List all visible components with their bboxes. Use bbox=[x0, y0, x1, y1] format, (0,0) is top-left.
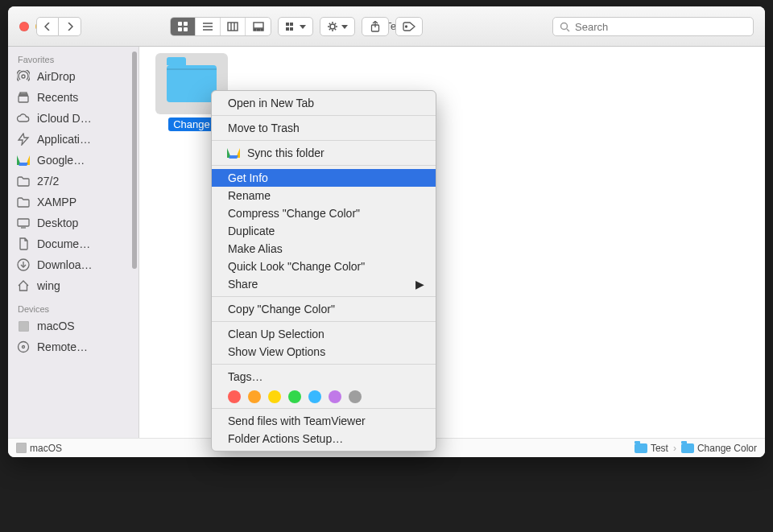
svg-point-29 bbox=[561, 23, 568, 29]
separator bbox=[212, 408, 436, 409]
icon-view-button[interactable] bbox=[171, 18, 196, 35]
sidebar-item-desktop[interactable]: Desktop bbox=[8, 212, 138, 233]
tag-ffa427[interactable] bbox=[248, 390, 261, 403]
search-input[interactable] bbox=[575, 21, 746, 33]
folder-icon bbox=[16, 174, 31, 188]
ctx-folder-actions[interactable]: Folder Actions Setup… bbox=[212, 430, 436, 447]
action-button[interactable] bbox=[320, 17, 355, 36]
folder-icon bbox=[681, 443, 694, 453]
svg-rect-32 bbox=[19, 96, 28, 102]
ctx-clean-up[interactable]: Clean Up Selection bbox=[212, 325, 436, 343]
tag-9e9e9e[interactable] bbox=[349, 390, 362, 403]
toolbar bbox=[36, 6, 754, 47]
svg-point-39 bbox=[23, 346, 25, 348]
path-crumb-test[interactable]: Test bbox=[635, 443, 668, 454]
arrange-button[interactable] bbox=[278, 17, 313, 36]
gdrive-icon bbox=[228, 148, 239, 158]
separator bbox=[212, 364, 436, 365]
svg-rect-7 bbox=[228, 23, 238, 31]
ctx-tag-colors bbox=[212, 386, 436, 405]
sidebar-item-label: Docume… bbox=[37, 237, 90, 250]
svg-rect-15 bbox=[290, 23, 293, 26]
ctx-open-new-tab[interactable]: Open in New Tab bbox=[212, 94, 436, 112]
svg-line-25 bbox=[329, 29, 330, 30]
airdrop-icon bbox=[16, 69, 31, 84]
svg-rect-34 bbox=[20, 93, 27, 94]
sidebar-item-icloud[interactable]: iCloud D… bbox=[8, 108, 138, 129]
back-button[interactable] bbox=[36, 17, 59, 36]
sidebar-item-airdrop[interactable]: AirDrop bbox=[8, 66, 138, 87]
sidebar-item-wing[interactable]: wing bbox=[8, 275, 138, 296]
svg-rect-10 bbox=[254, 23, 263, 28]
sidebar-item-27-2[interactable]: 27/2 bbox=[8, 171, 138, 192]
share-button[interactable] bbox=[362, 17, 389, 36]
ctx-copy[interactable]: Copy "Change Color" bbox=[212, 300, 436, 318]
ctx-get-info[interactable]: Get Info bbox=[212, 169, 436, 187]
separator bbox=[212, 321, 436, 322]
ctx-sync-folder[interactable]: Sync this folder bbox=[212, 144, 436, 162]
ctx-quick-look[interactable]: Quick Look "Change Color" bbox=[212, 258, 436, 275]
sidebar-item-label: Applicati… bbox=[37, 133, 91, 146]
disk-icon bbox=[16, 443, 27, 453]
svg-point-31 bbox=[22, 75, 25, 78]
tag-c079e8[interactable] bbox=[329, 390, 341, 403]
scrollbar[interactable] bbox=[132, 52, 137, 269]
svg-rect-12 bbox=[257, 29, 259, 31]
sidebar-item-googledrive[interactable]: Google… bbox=[8, 150, 138, 171]
svg-rect-2 bbox=[178, 27, 182, 31]
sidebar-section-devices: Devices bbox=[8, 301, 138, 315]
ctx-compress[interactable]: Compress "Change Color" bbox=[212, 204, 436, 222]
ctx-make-alias[interactable]: Make Alias bbox=[212, 240, 436, 258]
sidebar-item-applications[interactable]: Applicati… bbox=[8, 129, 138, 150]
sidebar-item-label: Remote… bbox=[37, 340, 88, 353]
svg-line-23 bbox=[329, 23, 330, 24]
ctx-teamviewer[interactable]: Send files with TeamViewer bbox=[212, 412, 436, 430]
applications-icon bbox=[16, 132, 31, 146]
sidebar-item-remote[interactable]: Remote… bbox=[8, 336, 138, 357]
close-icon[interactable] bbox=[19, 22, 29, 31]
ctx-duplicate[interactable]: Duplicate bbox=[212, 222, 436, 240]
search-field[interactable] bbox=[552, 17, 754, 36]
cloud-icon bbox=[16, 111, 31, 126]
tag-32d74b[interactable] bbox=[288, 390, 301, 403]
sidebar: Favorites AirDrop Recents iCloud D… Appl… bbox=[8, 47, 139, 438]
list-view-button[interactable] bbox=[196, 18, 221, 35]
column-view-button[interactable] bbox=[221, 18, 246, 35]
gdrive-icon bbox=[16, 153, 31, 167]
titlebar: Test bbox=[8, 6, 765, 47]
separator bbox=[212, 296, 436, 297]
sidebar-item-macos[interactable]: macOS bbox=[8, 315, 138, 336]
sidebar-item-label: Recents bbox=[37, 91, 78, 104]
ctx-rename[interactable]: Rename bbox=[212, 187, 436, 204]
ctx-tags[interactable]: Tags… bbox=[212, 368, 436, 386]
sidebar-item-label: XAMPP bbox=[37, 196, 76, 208]
download-icon bbox=[16, 258, 31, 272]
path-crumb-change-color[interactable]: Change Color bbox=[681, 443, 757, 454]
ctx-move-to-trash[interactable]: Move to Trash bbox=[212, 119, 436, 137]
sidebar-item-label: Downloa… bbox=[37, 258, 92, 271]
recents-icon bbox=[16, 90, 31, 105]
svg-rect-11 bbox=[254, 29, 256, 31]
folder-icon bbox=[635, 443, 647, 453]
home-icon bbox=[16, 278, 31, 293]
tags-button[interactable] bbox=[395, 17, 423, 36]
gallery-view-button[interactable] bbox=[246, 18, 271, 35]
sidebar-item-recents[interactable]: Recents bbox=[8, 87, 138, 108]
forward-button[interactable] bbox=[59, 17, 81, 36]
path-crumb-label: Test bbox=[651, 443, 668, 454]
sidebar-item-documents[interactable]: Docume… bbox=[8, 233, 138, 254]
ctx-share[interactable]: Share▶ bbox=[212, 275, 436, 293]
tag-37b8ff[interactable] bbox=[308, 390, 321, 403]
tag-ff5f57[interactable] bbox=[228, 390, 241, 403]
sidebar-item-label: AirDrop bbox=[37, 70, 75, 83]
svg-line-30 bbox=[567, 29, 569, 31]
folder-label: Change bbox=[168, 118, 215, 131]
chevron-right-icon: ▶ bbox=[415, 278, 424, 291]
sidebar-item-downloads[interactable]: Downloa… bbox=[8, 254, 138, 275]
sidebar-item-xampp[interactable]: XAMPP bbox=[8, 192, 138, 212]
remote-disc-icon bbox=[16, 340, 31, 354]
svg-rect-16 bbox=[286, 27, 289, 31]
ctx-view-options[interactable]: Show View Options bbox=[212, 343, 436, 361]
path-crumb-macos[interactable]: macOS bbox=[16, 443, 62, 454]
tag-ffd60a[interactable] bbox=[268, 390, 281, 403]
